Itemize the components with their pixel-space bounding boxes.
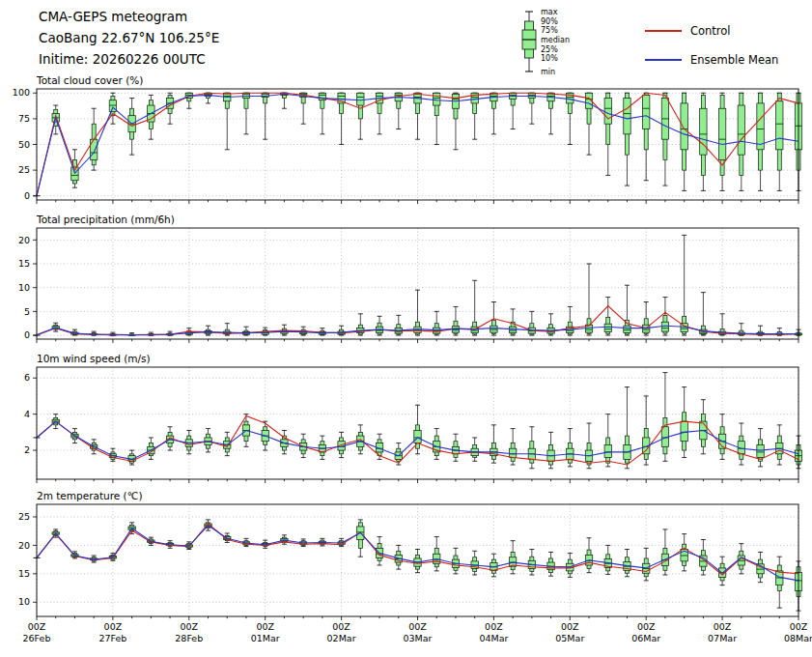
legend-label-max: max [541, 8, 558, 16]
legend-label-min: min [541, 68, 555, 76]
x-tick-date-label: 07Mar [708, 633, 737, 643]
legend-label-90: 90% [541, 17, 558, 26]
x-tick-time-label: 00Z [714, 621, 732, 632]
x-tick-time-label: 00Z [28, 621, 46, 632]
panel-temperature: 101520252m temperature (℃) [18, 490, 802, 620]
ensemble-mean-line-swatch [645, 59, 682, 61]
control-line-swatch [645, 30, 682, 32]
y-tick-label: 50 [18, 139, 30, 150]
panel-title: Total cloud cover (%) [36, 74, 143, 86]
y-tick-label: 6 [24, 372, 30, 383]
meteogram-figure: 0255075100Total cloud cover (%)05101520T… [0, 0, 812, 657]
x-tick-time-label: 00Z [790, 621, 808, 632]
x-tick-time-label: 00Z [485, 621, 503, 632]
x-tick-date-label: 02Mar [327, 633, 356, 643]
y-tick-label: 5 [24, 306, 30, 317]
figure-title: CMA-GEPS meteogram [39, 6, 219, 27]
line-legend: Control Ensemble Mean [645, 23, 778, 81]
x-tick-time-label: 00Z [180, 621, 198, 632]
panel-cloud-cover: 0255075100Total cloud cover (%) [13, 74, 802, 204]
y-tick-label: 2 [24, 444, 30, 455]
x-tick-time-label: 00Z [332, 621, 350, 632]
x-tick-date-label: 05Mar [555, 633, 584, 643]
y-tick-label: 25 [18, 164, 30, 175]
x-tick-date-label: 08Mar [784, 633, 812, 643]
y-tick-label: 25 [18, 511, 30, 522]
y-tick-label: 10 [18, 282, 30, 293]
y-tick-label: 20 [18, 540, 30, 551]
boxplot-legend: max 90% 75% median 25% 10% min [518, 5, 595, 90]
x-tick-time-label: 00Z [256, 621, 274, 632]
panel-wind-speed: 24610m wind speed (m/s) [24, 353, 802, 483]
y-tick-label: 20 [18, 235, 30, 245]
y-tick-label: 100 [13, 87, 30, 98]
y-tick-label: 75 [18, 113, 30, 124]
panel-precipitation: 05101520Total precipitation (mm/6h) [18, 214, 802, 343]
y-tick-label: 0 [24, 190, 30, 201]
meteogram-chart: 0255075100Total cloud cover (%)05101520T… [0, 0, 812, 657]
x-tick-date-label: 03Mar [403, 633, 432, 643]
y-tick-label: 10 [18, 596, 30, 607]
init-time: Initime: 20260226 00UTC [39, 48, 219, 70]
x-tick-time-label: 00Z [104, 621, 123, 632]
boxplot-legend-glyph: max 90% 75% median 25% 10% min [518, 5, 595, 86]
y-tick-label: 15 [18, 258, 30, 269]
y-tick-label: 0 [24, 329, 30, 340]
station-info: CaoBang 22.67°N 106.25°E [39, 27, 219, 48]
legend-ensemble-mean-label: Ensemble Mean [690, 53, 778, 67]
legend-control-label: Control [690, 24, 731, 38]
panel-title: Total precipitation (mm/6h) [36, 214, 175, 225]
y-tick-label: 4 [24, 409, 30, 419]
legend-ensemble-mean-item: Ensemble Mean [645, 52, 778, 68]
figure-header: CMA-GEPS meteogram CaoBang 22.67°N 106.2… [39, 6, 219, 70]
legend-label-25: 25% [541, 45, 558, 54]
y-tick-label: 15 [18, 568, 30, 579]
legend-label-75: 75% [541, 26, 558, 35]
x-tick-date-label: 27Feb [98, 633, 126, 643]
x-tick-date-label: 01Mar [251, 633, 280, 643]
panel-title: 10m wind speed (m/s) [37, 353, 151, 364]
legend-label-median: median [541, 36, 570, 44]
x-tick-date-label: 28Feb [175, 633, 203, 643]
panel-title: 2m temperature (℃) [37, 490, 143, 501]
x-tick-time-label: 00Z [561, 621, 579, 632]
x-tick-date-label: 04Mar [479, 633, 508, 643]
x-tick-time-label: 00Z [408, 621, 427, 632]
x-tick-date-label: 06Mar [631, 633, 660, 643]
legend-label-10: 10% [541, 54, 558, 63]
legend-control-item: Control [645, 23, 778, 39]
x-tick-time-label: 00Z [637, 621, 656, 632]
x-tick-date-label: 26Feb [23, 633, 51, 643]
